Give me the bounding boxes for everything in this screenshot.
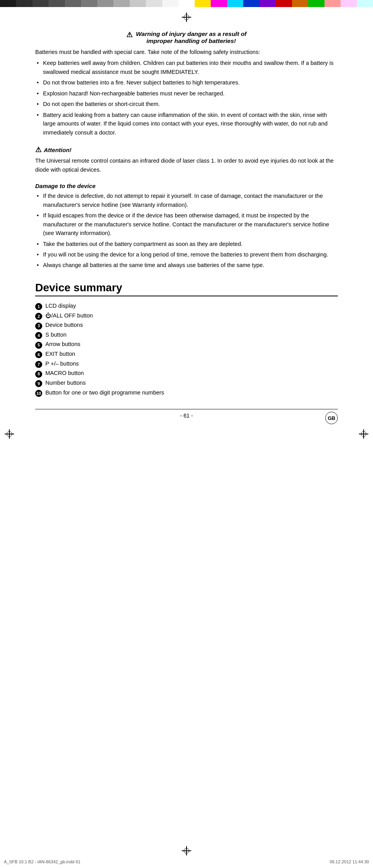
color-segment [32,0,48,7]
summary-item-label: Number buttons [45,378,86,388]
summary-item-num: 7 [35,361,42,368]
summary-item-label: Arrow buttons [45,339,80,349]
color-segment [65,0,81,7]
footer: - 61 - GB [35,409,338,419]
summary-list-item: 10Button for one or two digit programme … [35,388,338,398]
color-segment [227,0,243,7]
summary-item-num: 10 [35,390,42,397]
page-number: - 61 - [180,412,193,419]
damage-bullet-item: If you will not be using the device for … [35,250,338,259]
color-segment [341,0,357,7]
attention-text: The Universal remote control contains an… [35,156,338,174]
warning-icon: ⚠ [126,30,133,39]
attention-title: ⚠ Attention! [35,145,338,154]
warning-bullet-item: Do not throw batteries into a fire. Neve… [35,78,338,87]
damage-title: Damage to the device [35,183,338,189]
summary-item-label: S button [45,330,66,340]
meta-left: A_SFB 10.1 B2 - IAN-86342_gb.indd 61 [4,859,81,864]
damage-bullet-item: If the device is defective, do not attem… [35,192,338,209]
color-segment [130,0,146,7]
summary-list-item: 1LCD display [35,301,338,311]
summary-item-num: 9 [35,380,42,387]
attention-block: ⚠ Attention! The Universal remote contro… [35,145,338,174]
summary-list-item: 3Device buttons [35,320,338,330]
warning-title-line1: Warning of injury danger as a result of [136,30,246,37]
color-segment [260,0,276,7]
summary-list-item: 9Number buttons [35,378,338,388]
summary-item-label: P +/– buttons [45,359,79,369]
color-segment [81,0,97,7]
warning-block: ⚠ Warning of injury danger as a result o… [35,30,338,137]
summary-item-label: MACRO button [45,368,84,378]
device-summary-title: Device summary [35,282,338,296]
summary-item-num: 8 [35,371,42,378]
color-segment [292,0,308,7]
summary-list-item: 4S button [35,330,338,340]
color-segment [211,0,227,7]
color-segment [325,0,341,7]
color-bar-top [0,0,373,7]
damage-block: Damage to the device If the device is de… [35,183,338,270]
warning-bullet-item: Battery acid leaking from a battery can … [35,111,338,137]
warning-bullets: Keep batteries well away from children. … [35,59,338,137]
color-segment [16,0,32,7]
color-segment [357,0,373,7]
summary-list-item: 5Arrow buttons [35,339,338,349]
reg-mark-bottom [182,846,191,855]
meta-right: 06.12.2012 11:44:30 [330,859,369,864]
summary-item-num: 5 [35,342,42,349]
damage-bullet-item: Always change all batteries at the same … [35,261,338,269]
summary-item-label: Device buttons [45,320,83,330]
color-segment [0,0,16,7]
color-segment [178,0,194,7]
color-segment [243,0,259,7]
device-summary-block: Device summary 1LCD display2⏻/ALL OFF bu… [35,282,338,397]
attention-title-text: Attention! [44,147,72,153]
warning-title: ⚠ Warning of injury danger as a result o… [35,30,338,45]
meta-bar: A_SFB 10.1 B2 - IAN-86342_gb.indd 61 06.… [0,859,373,864]
summary-item-num: 1 [35,303,42,310]
summary-item-num: 3 [35,323,42,330]
color-segment [146,0,162,7]
warning-bullet-item: Keep batteries well away from children. … [35,59,338,76]
summary-item-label: LCD display [45,301,76,311]
attention-icon: ⚠ [35,145,41,154]
color-segment [48,0,65,7]
color-segment [308,0,324,7]
summary-item-label: ⏻/ALL OFF button [45,311,93,321]
color-segment [162,0,178,7]
color-segment [97,0,113,7]
summary-list-item: 7P +/– buttons [35,359,338,369]
color-segment [113,0,129,7]
summary-item-num: 2 [35,313,42,320]
warning-title-text: Warning of injury danger as a result of … [136,30,246,45]
warning-bullet-item: Do not open the batteries or short-circu… [35,100,338,108]
warning-intro: Batteries must be handled with special c… [35,48,338,56]
color-segment [276,0,292,7]
summary-list: 1LCD display2⏻/ALL OFF button3Device but… [35,301,338,397]
summary-list-item: 6EXIT button [35,349,338,359]
summary-item-label: EXIT button [45,349,75,359]
damage-bullet-item: Take the batteries out of the battery co… [35,240,338,248]
summary-list-item: 8MACRO button [35,368,338,378]
color-segment [195,0,211,7]
warning-title-line2: improper handling of batteries! [146,38,236,44]
summary-item-label: Button for one or two digit programme nu… [45,388,164,398]
damage-bullets: If the device is defective, do not attem… [35,192,338,270]
warning-bullet-item: Explosion hazard! Non-rechargeable batte… [35,89,338,98]
summary-item-num: 6 [35,351,42,358]
gb-badge: GB [325,412,338,424]
summary-list-item: 2⏻/ALL OFF button [35,311,338,321]
damage-bullet-item: If liquid escapes from the device or if … [35,211,338,237]
page-content: ⚠ Warning of injury danger as a result o… [0,7,373,442]
summary-item-num: 4 [35,332,42,339]
